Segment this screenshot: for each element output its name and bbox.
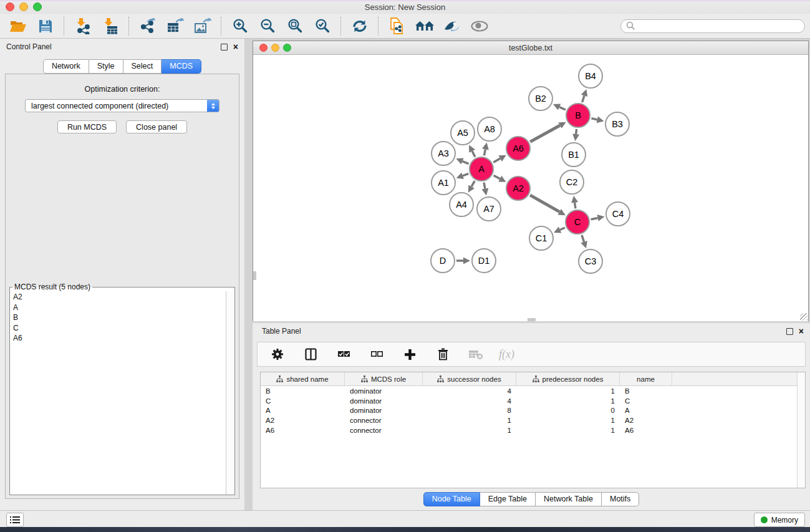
open-file-button[interactable] — [8, 17, 28, 36]
table-cell[interactable]: 0 — [516, 407, 620, 414]
table-scrollbar[interactable] — [797, 372, 805, 488]
table-cell[interactable]: A — [620, 407, 672, 414]
mcds-result-item[interactable]: C — [13, 323, 234, 334]
table-cell[interactable]: A2 — [620, 417, 672, 424]
graphics-details-button[interactable] — [442, 17, 462, 36]
function-builder-button[interactable]: f(x) — [499, 348, 514, 361]
table-row[interactable]: Cdominator41C — [261, 396, 805, 406]
tab-edge-table[interactable]: Edge Table — [480, 492, 536, 506]
tab-select[interactable]: Select — [123, 59, 162, 74]
table-cell[interactable]: B — [620, 387, 672, 395]
table-cell[interactable]: 8 — [423, 407, 516, 414]
table-cell[interactable]: 1 — [516, 387, 620, 395]
float-table-panel-icon[interactable] — [786, 328, 793, 335]
canvas-vertical-scroll-thumb[interactable] — [253, 271, 256, 280]
table-cell[interactable]: dominator — [345, 387, 423, 395]
deselect-all-button[interactable] — [367, 345, 387, 364]
tab-node-table[interactable]: Node Table — [423, 492, 480, 506]
search-input[interactable] — [620, 19, 805, 33]
graph-edge-B-B1[interactable] — [576, 129, 577, 134]
delete-table-button[interactable] — [466, 345, 486, 364]
table-row[interactable]: A6connector11A6 — [261, 425, 805, 435]
resize-grip-icon[interactable] — [800, 313, 808, 321]
show-hide-panel-button[interactable] — [470, 17, 489, 36]
tab-motifs[interactable]: Motifs — [602, 492, 639, 506]
graph-edge-A-A6[interactable] — [493, 158, 500, 162]
zoom-selected-button[interactable] — [312, 17, 332, 36]
table-cell[interactable]: A6 — [620, 427, 672, 434]
export-image-button[interactable] — [193, 17, 213, 36]
first-neighbors-button[interactable] — [415, 17, 435, 36]
graph-edge-A-A2[interactable] — [493, 175, 499, 178]
memory-button[interactable]: Memory — [754, 513, 805, 527]
table-cell[interactable]: 1 — [423, 427, 516, 434]
table-cell[interactable]: dominator — [345, 397, 423, 405]
export-network-button[interactable] — [138, 17, 158, 36]
graph-edge-A6-B[interactable] — [530, 125, 560, 142]
table-row[interactable]: Adominator80A — [261, 405, 805, 415]
graph-edge-C-C3[interactable] — [582, 235, 584, 242]
graph-edge-A-A3[interactable] — [463, 162, 469, 164]
table-settings-button[interactable] — [268, 345, 287, 364]
select-all-button[interactable] — [334, 345, 354, 364]
show-columns-button[interactable] — [301, 345, 321, 364]
delete-column-button[interactable] — [433, 345, 453, 364]
table-cell[interactable]: 1 — [516, 397, 620, 405]
table-cell[interactable]: C — [261, 397, 345, 405]
graph-edge-A2-C[interactable] — [530, 195, 559, 212]
column-header-mcds-role[interactable]: MCDS role — [345, 372, 423, 385]
graph-edge-A-A7[interactable] — [484, 183, 485, 189]
close-panel-button[interactable]: Close panel — [126, 120, 187, 133]
table-row[interactable]: Bdominator41B — [261, 386, 805, 396]
graph-edge-B-B2[interactable] — [559, 107, 566, 110]
table-cell[interactable]: 4 — [423, 397, 516, 405]
mcds-result-item[interactable]: A — [13, 302, 234, 313]
column-header-name[interactable]: name — [620, 372, 672, 385]
run-mcds-button[interactable]: Run MCDS — [57, 120, 117, 133]
table-cell[interactable]: dominator — [345, 407, 423, 414]
graph-edge-C-C4[interactable] — [591, 218, 598, 219]
float-panel-icon[interactable] — [221, 44, 228, 51]
graph-edge-C-C2[interactable] — [575, 203, 576, 209]
optimization-dropdown[interactable]: largest connected component (directed) — [25, 99, 219, 112]
import-table-button[interactable] — [100, 17, 120, 36]
task-history-button[interactable] — [6, 513, 24, 527]
mcds-result-item[interactable]: A2 — [13, 292, 234, 302]
graph-edge-A-A5[interactable] — [472, 151, 475, 157]
tab-network-table[interactable]: Network Table — [536, 492, 602, 506]
column-header-predecessor-nodes[interactable]: predecessor nodes — [516, 372, 620, 385]
table-cell[interactable]: connector — [345, 417, 423, 424]
zoom-out-button[interactable] — [258, 17, 277, 36]
tab-style[interactable]: Style — [89, 59, 123, 74]
table-cell[interactable]: A — [261, 407, 345, 414]
mcds-result-scrollbar[interactable] — [226, 291, 234, 495]
tab-network[interactable]: Network — [43, 59, 89, 74]
column-header-shared-name[interactable]: shared name — [261, 372, 345, 385]
table-cell[interactable]: connector — [345, 427, 423, 434]
graph-edge-B-B3[interactable] — [591, 118, 597, 120]
mcds-result-item[interactable]: A6 — [13, 333, 234, 344]
new-network-from-selection-button[interactable] — [387, 17, 407, 36]
graph-edge-A-A1[interactable] — [463, 173, 468, 175]
table-cell[interactable]: 1 — [423, 417, 516, 424]
table-row[interactable]: A2connector11A2 — [261, 415, 805, 425]
column-header-successor-nodes[interactable]: successor nodes — [423, 372, 516, 385]
zoom-in-button[interactable] — [230, 17, 250, 36]
close-table-panel-icon[interactable]: × — [799, 328, 804, 334]
create-column-button[interactable] — [400, 345, 420, 364]
table-cell[interactable]: A2 — [261, 417, 345, 424]
graph-edge-B-B4[interactable] — [582, 95, 584, 102]
export-table-button[interactable] — [165, 17, 185, 36]
table-cell[interactable]: C — [620, 397, 672, 405]
table-cell[interactable]: A6 — [261, 427, 345, 434]
graph-edge-A-A8[interactable] — [484, 149, 485, 155]
table-cell[interactable]: 4 — [423, 387, 516, 395]
close-panel-icon[interactable]: × — [233, 44, 238, 50]
tab-mcds[interactable]: MCDS — [162, 59, 201, 74]
graph-edge-C-C1[interactable] — [560, 228, 565, 230]
mcds-result-item[interactable]: B — [13, 312, 234, 323]
save-session-button[interactable] — [36, 17, 55, 36]
apply-layout-button[interactable] — [350, 17, 370, 36]
canvas-horizontal-scroll-thumb[interactable] — [528, 318, 536, 321]
table-cell[interactable]: 1 — [516, 427, 620, 434]
